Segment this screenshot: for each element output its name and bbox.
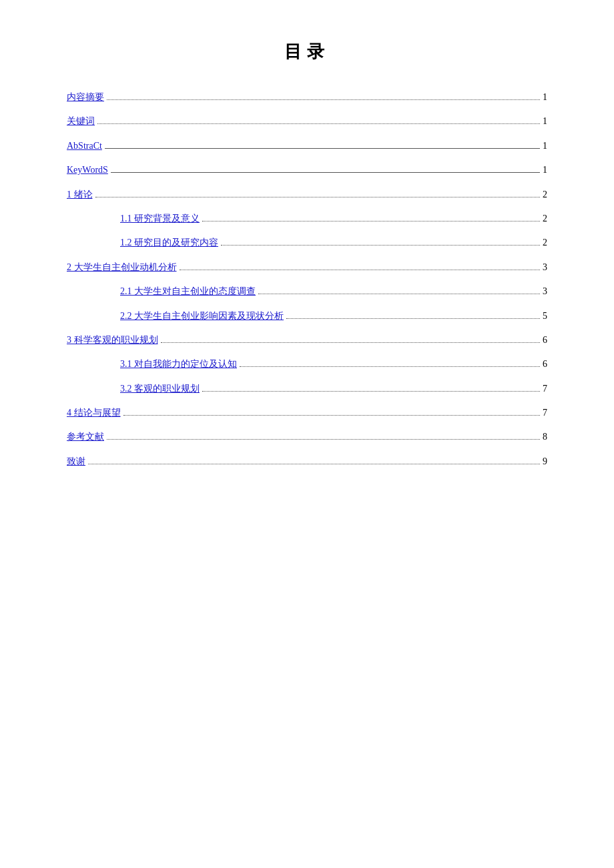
toc-page-ch2-2: 5 — [543, 309, 547, 324]
toc-page-keywords-en: 1 — [543, 163, 547, 177]
toc-page-ch1: 2 — [543, 187, 547, 202]
toc-dots-abstract-cn — [107, 99, 540, 100]
toc-page-ch1-2: 2 — [543, 236, 547, 250]
toc-page-abstract-en: 1 — [543, 139, 547, 153]
toc-page-ch2-1: 3 — [543, 284, 547, 299]
toc-row-keywords-cn: 关键词 1 — [67, 114, 547, 129]
toc-link-ch2-1[interactable]: 2.1 大学生对自主创业的态度调查 — [120, 284, 256, 299]
toc-container: 内容摘要 1 关键词 1 AbStraCt 1 KeyWordS 1 1 绪论 … — [67, 90, 547, 469]
toc-link-ch3[interactable]: 3 科学客观的职业规划 — [67, 333, 158, 348]
toc-page-ch2: 3 — [543, 260, 547, 275]
toc-dots-ch1 — [95, 197, 541, 197]
toc-dots-ch3 — [161, 342, 541, 343]
toc-link-ch1[interactable]: 1 绪论 — [67, 187, 93, 202]
toc-row-ch2: 2 大学生自主创业动机分析 3 — [67, 260, 547, 275]
toc-dots-ch3-2 — [202, 391, 540, 392]
toc-link-ch1-2[interactable]: 1.2 研究目的及研究内容 — [120, 236, 218, 250]
toc-link-ch4[interactable]: 4 结论与展望 — [67, 406, 121, 420]
toc-dots-ch3-1 — [240, 366, 540, 367]
toc-page-ch1-1: 2 — [543, 211, 547, 226]
toc-link-ch3-2[interactable]: 3.2 客观的职业规划 — [120, 382, 200, 396]
toc-link-references[interactable]: 参考文献 — [67, 430, 104, 444]
toc-row-abstract-cn: 内容摘要 1 — [67, 90, 547, 105]
toc-row-ch1-1: 1.1 研究背景及意义 2 — [67, 211, 547, 226]
toc-row-acknowledgements: 致谢 9 — [67, 454, 547, 469]
toc-row-ch1-2: 1.2 研究目的及研究内容 2 — [67, 236, 547, 250]
toc-dots-acknowledgements — [88, 464, 540, 464]
toc-dots-keywords-cn — [97, 123, 540, 124]
toc-page-ch4: 7 — [543, 406, 547, 420]
toc-link-keywords-cn[interactable]: 关键词 — [67, 114, 95, 129]
toc-link-acknowledgements[interactable]: 致谢 — [67, 454, 85, 469]
toc-row-references: 参考文献 8 — [67, 430, 547, 444]
toc-dots-keywords-en — [111, 172, 540, 173]
toc-link-abstract-en[interactable]: AbStraCt — [67, 139, 102, 153]
toc-page-keywords-cn: 1 — [543, 114, 547, 129]
toc-row-ch2-1: 2.1 大学生对自主创业的态度调查 3 — [67, 284, 547, 299]
toc-page-abstract-cn: 1 — [543, 90, 547, 105]
page-title: 目录 — [67, 40, 547, 63]
toc-page-ch3-1: 6 — [543, 357, 547, 372]
toc-page-references: 8 — [543, 430, 547, 444]
toc-row-keywords-en: KeyWordS 1 — [67, 163, 547, 177]
toc-dots-ch2-2 — [286, 318, 540, 319]
toc-dots-references — [107, 439, 540, 440]
toc-row-ch3-2: 3.2 客观的职业规划 7 — [67, 382, 547, 396]
toc-dots-ch1-2 — [221, 245, 540, 246]
toc-dots-abstract-en — [105, 148, 540, 149]
toc-dots-ch2 — [180, 270, 541, 270]
toc-dots-ch2-1 — [258, 294, 540, 294]
toc-link-ch3-1[interactable]: 3.1 对自我能力的定位及认知 — [120, 357, 237, 372]
toc-link-keywords-en[interactable]: KeyWordS — [67, 163, 108, 177]
toc-link-ch2-2[interactable]: 2.2 大学生自主创业影响因素及现状分析 — [120, 309, 284, 324]
toc-page-acknowledgements: 9 — [543, 454, 547, 469]
toc-page-ch3: 6 — [543, 333, 547, 348]
toc-row-ch1: 1 绪论 2 — [67, 187, 547, 202]
toc-dots-ch1-1 — [202, 221, 540, 222]
toc-link-ch2[interactable]: 2 大学生自主创业动机分析 — [67, 260, 177, 275]
page: 目录 内容摘要 1 关键词 1 AbStraCt 1 KeyWordS 1 1 — [0, 0, 614, 868]
toc-row-ch2-2: 2.2 大学生自主创业影响因素及现状分析 5 — [67, 309, 547, 324]
toc-row-ch3-1: 3.1 对自我能力的定位及认知 6 — [67, 357, 547, 372]
toc-link-ch1-1[interactable]: 1.1 研究背景及意义 — [120, 211, 200, 226]
toc-row-ch4: 4 结论与展望 7 — [67, 406, 547, 420]
toc-page-ch3-2: 7 — [543, 382, 547, 396]
toc-row-abstract-en: AbStraCt 1 — [67, 139, 547, 153]
toc-link-abstract-cn[interactable]: 内容摘要 — [67, 90, 104, 105]
toc-dots-ch4 — [123, 415, 541, 416]
toc-row-ch3: 3 科学客观的职业规划 6 — [67, 333, 547, 348]
